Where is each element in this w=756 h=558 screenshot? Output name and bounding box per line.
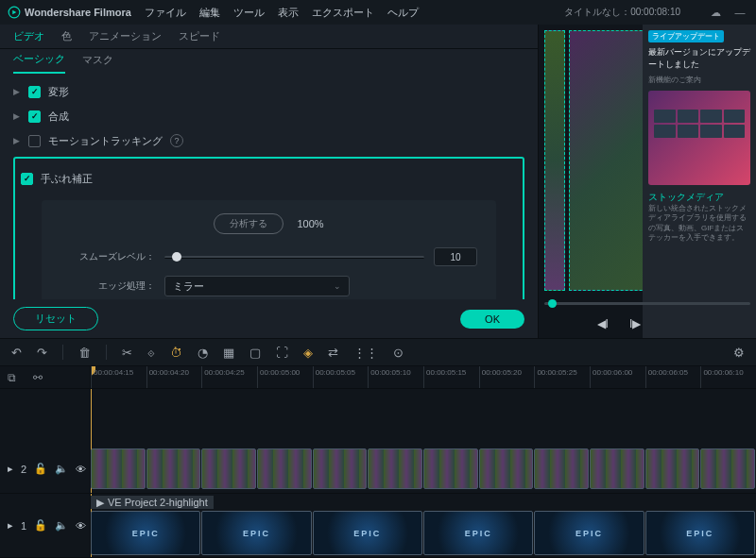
- clip-epic[interactable]: EPIC: [423, 511, 533, 555]
- ok-button[interactable]: OK: [460, 310, 524, 329]
- reset-button[interactable]: リセット: [13, 307, 98, 330]
- settings-icon[interactable]: ⇄: [328, 346, 338, 360]
- smooth-value[interactable]: 10: [434, 247, 477, 266]
- update-heading: 最新バージョンにアップデートしました: [648, 46, 750, 71]
- checkbox-stabilize[interactable]: [21, 173, 33, 185]
- crop-icon[interactable]: ⟐: [147, 346, 155, 360]
- clip-epic[interactable]: EPIC: [645, 511, 755, 555]
- preview-thumbstrip[interactable]: [544, 30, 565, 291]
- row-motion-tracking[interactable]: ▶ モーショントラッキング ?: [0, 128, 538, 153]
- clip[interactable]: [700, 448, 755, 489]
- track-video-icon: ▸: [8, 463, 13, 475]
- clip-epic[interactable]: EPIC: [91, 511, 200, 555]
- clip-title-bar[interactable]: ▶ VE Project 2-highlight: [91, 496, 214, 509]
- color-icon[interactable]: ◔: [198, 346, 208, 360]
- disclosure-icon[interactable]: ▶: [13, 111, 21, 121]
- update-tag: ライブアップデート: [648, 30, 724, 42]
- checkbox-transform[interactable]: [28, 86, 41, 98]
- tab-basic[interactable]: ベーシック: [13, 52, 65, 74]
- title-bar: Wondershare Filmora ファイル 編集 ツール 表示 エクスポー…: [0, 0, 756, 25]
- clip-epic[interactable]: EPIC: [313, 511, 422, 555]
- prev-frame-icon[interactable]: ◀I: [597, 317, 609, 330]
- sub-tabs: ベーシック マスク: [0, 49, 538, 76]
- lock-icon[interactable]: 🔓: [34, 463, 47, 475]
- clip[interactable]: [479, 448, 534, 489]
- clone-icon[interactable]: ⧉: [8, 371, 16, 384]
- mute-icon[interactable]: 🔈: [55, 463, 68, 475]
- track-header-1[interactable]: ▸ 1 🔓 🔈 👁: [0, 494, 90, 558]
- menu-file[interactable]: ファイル: [145, 6, 186, 20]
- clip[interactable]: [313, 448, 368, 489]
- stabilize-section: 手ぶれ補正 分析する 100% スムーズレベル： 10 エッジ処理：: [13, 157, 524, 299]
- analyze-pct: 100%: [297, 218, 323, 229]
- clip-epic[interactable]: EPIC: [201, 511, 311, 555]
- eye-icon[interactable]: 👁: [76, 520, 86, 532]
- smooth-label: スムーズレベル：: [60, 250, 155, 263]
- menu-help[interactable]: ヘルプ: [387, 6, 419, 20]
- next-frame-icon[interactable]: I▶: [629, 317, 641, 330]
- tab-mask[interactable]: マスク: [82, 53, 113, 73]
- timeline-toolbar: ↶ ↷ 🗑 ✂ ⟐ ⏱ ◔ ▦ ▢ ⛶ ◈ ⇄ ⋮⋮ ⊙ ⚙: [0, 338, 756, 366]
- update-panel: ライブアップデート 最新バージョンにアップデートしました 新機能のご案内 ストッ…: [643, 25, 756, 338]
- lock-icon[interactable]: 🔓: [34, 519, 47, 532]
- clip[interactable]: [590, 448, 644, 489]
- disclosure-icon[interactable]: ▶: [13, 87, 21, 96]
- link-icon[interactable]: ⚯: [33, 371, 43, 384]
- minimize-icon[interactable]: —: [731, 7, 748, 19]
- time-ruler[interactable]: 00:00:04:1500:00:04:2000:00:04:2500:00:0…: [91, 366, 756, 389]
- tab-color[interactable]: 色: [61, 29, 72, 43]
- track-header-2[interactable]: ▸ 2 🔓 🔈 👁: [0, 445, 90, 494]
- row-transform[interactable]: ▶ 変形: [0, 79, 538, 104]
- clip[interactable]: [146, 448, 201, 489]
- tab-video[interactable]: ビデオ: [13, 29, 44, 43]
- menu-tools[interactable]: ツール: [233, 6, 265, 20]
- clip[interactable]: [423, 448, 478, 489]
- help-icon[interactable]: ?: [170, 134, 183, 147]
- clip[interactable]: [534, 448, 589, 489]
- track-1-lane[interactable]: ▶ VE Project 2-highlight EPIC EPIC EPIC …: [91, 494, 756, 558]
- update-sub: 新機能のご案内: [648, 75, 750, 85]
- clip[interactable]: [201, 448, 256, 489]
- audio-icon[interactable]: ⋮⋮: [353, 346, 378, 360]
- eye-icon[interactable]: 👁: [76, 464, 86, 475]
- redo-icon[interactable]: ↷: [37, 346, 47, 360]
- clip[interactable]: [257, 448, 312, 489]
- clip-epic[interactable]: EPIC: [534, 511, 644, 555]
- update-title[interactable]: ストックメディア: [648, 191, 750, 204]
- tab-animation[interactable]: アニメーション: [89, 29, 162, 43]
- clip[interactable]: [368, 448, 422, 489]
- mixer-icon[interactable]: ⚙: [733, 346, 745, 360]
- menu-view[interactable]: 表示: [278, 6, 299, 20]
- record-icon[interactable]: ⊙: [393, 346, 404, 360]
- speed-icon[interactable]: ⏱: [170, 346, 182, 360]
- edge-select[interactable]: ミラー⌄: [164, 276, 350, 296]
- disclosure-icon[interactable]: ▶: [13, 136, 21, 145]
- checkbox-composite[interactable]: [28, 110, 41, 123]
- preview-panel: ライブアップデート 最新バージョンにアップデートしました 新機能のご案内 ストッ…: [539, 25, 756, 338]
- adjust-icon[interactable]: ▦: [223, 346, 234, 360]
- cloud-icon[interactable]: ☁: [707, 7, 724, 19]
- delete-icon[interactable]: 🗑: [78, 346, 91, 360]
- checkbox-motion[interactable]: [28, 135, 41, 147]
- edge-label: エッジ処理：: [60, 279, 155, 293]
- cut-icon[interactable]: ✂: [122, 346, 132, 360]
- clip[interactable]: [645, 448, 700, 489]
- app-logo: Wondershare Filmora: [8, 6, 131, 19]
- update-thumb: [648, 91, 750, 185]
- menu-edit[interactable]: 編集: [199, 6, 220, 20]
- mute-icon[interactable]: 🔈: [55, 519, 68, 532]
- undo-icon[interactable]: ↶: [11, 346, 22, 360]
- expand-icon[interactable]: ⛶: [276, 346, 288, 360]
- track-video-icon: ▸: [8, 519, 13, 532]
- play-badge-icon: ▶: [96, 497, 104, 509]
- property-tabs: ビデオ 色 アニメーション スピード: [0, 25, 538, 49]
- menu-export[interactable]: エクスポート: [312, 6, 374, 20]
- smooth-slider[interactable]: [164, 250, 424, 263]
- track-2-lane[interactable]: [91, 445, 756, 494]
- greenscreen-icon[interactable]: ▢: [249, 346, 261, 360]
- keyframe-icon[interactable]: ◈: [303, 346, 313, 360]
- clip[interactable]: [91, 448, 146, 489]
- row-composite[interactable]: ▶ 合成: [0, 104, 538, 128]
- tab-speed[interactable]: スピード: [179, 29, 220, 43]
- analyze-button[interactable]: 分析する: [214, 213, 284, 234]
